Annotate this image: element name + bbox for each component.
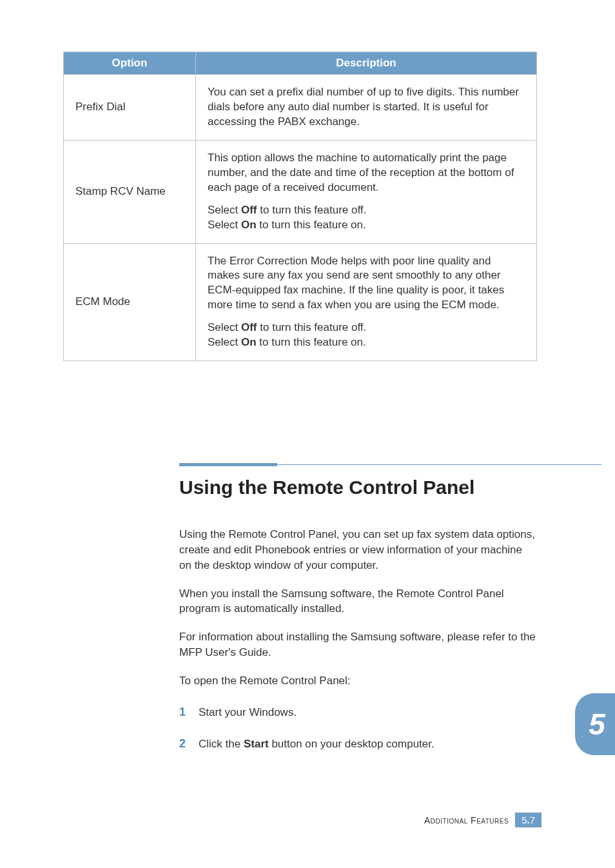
text: to turn this feature on.	[257, 219, 366, 231]
chapter-tab-number: 5	[585, 707, 605, 742]
option-description: The Error Correction Mode helps with poo…	[196, 243, 537, 361]
step-number: 2	[179, 736, 199, 752]
paragraph: For information about installing the Sam…	[179, 629, 537, 660]
option-description: This option allows the machine to automa…	[196, 140, 537, 243]
bold-on: On	[241, 219, 257, 231]
table-row: Stamp RCV Name This option allows the ma…	[64, 140, 537, 243]
list-item: 1 Start your Windows.	[179, 704, 537, 720]
section-divider-thin	[277, 464, 601, 465]
bold-on: On	[241, 336, 257, 348]
table-header-description: Description	[196, 52, 537, 75]
option-description: You can set a prefix dial number of up t…	[196, 75, 537, 141]
desc-text: The Error Correction Mode helps with poo…	[208, 255, 504, 311]
table-row: Prefix Dial You can set a prefix dial nu…	[64, 75, 537, 141]
option-name: Stamp RCV Name	[64, 140, 196, 243]
page-footer: Additional Features 5.7	[424, 813, 542, 827]
footer-page: 7	[530, 814, 535, 825]
table-row: ECM Mode The Error Correction Mode helps…	[64, 243, 537, 361]
paragraph: To open the Remote Control Panel:	[179, 673, 537, 689]
desc-text: This option allows the machine to automa…	[208, 152, 514, 193]
chapter-tab: 5	[575, 693, 615, 755]
text: to turn this feature off.	[257, 204, 367, 216]
bold-off: Off	[241, 204, 257, 216]
bold-start: Start	[244, 738, 269, 750]
text: Select	[208, 321, 241, 333]
step-text: Click the Start button on your desktop c…	[199, 736, 434, 752]
text: to turn this feature on.	[257, 336, 366, 348]
text: to turn this feature off.	[257, 321, 367, 333]
text: Select	[208, 204, 241, 216]
footer-page-number: 5.7	[515, 813, 542, 827]
options-table: Option Description Prefix Dial You can s…	[63, 52, 537, 361]
bold-off: Off	[241, 321, 257, 333]
step-text: Start your Windows.	[199, 705, 297, 720]
text: Click the	[199, 738, 244, 750]
table-header-option: Option	[64, 52, 196, 75]
section-heading: Using the Remote Control Panel	[179, 477, 558, 498]
text: Select	[208, 219, 241, 231]
option-name: Prefix Dial	[64, 75, 196, 141]
step-number: 1	[179, 704, 199, 720]
footer-section-label: Additional Features	[424, 815, 509, 825]
paragraph: Using the Remote Control Panel, you can …	[179, 527, 537, 573]
section-divider-thick	[179, 463, 277, 466]
steps-list: 1 Start your Windows. 2 Click the Start …	[179, 704, 537, 752]
list-item: 2 Click the Start button on your desktop…	[179, 736, 537, 752]
text: Select	[208, 336, 241, 348]
option-name: ECM Mode	[64, 243, 196, 361]
paragraph: When you install the Samsung software, t…	[179, 586, 537, 617]
text: button on your desktop computer.	[269, 738, 434, 750]
